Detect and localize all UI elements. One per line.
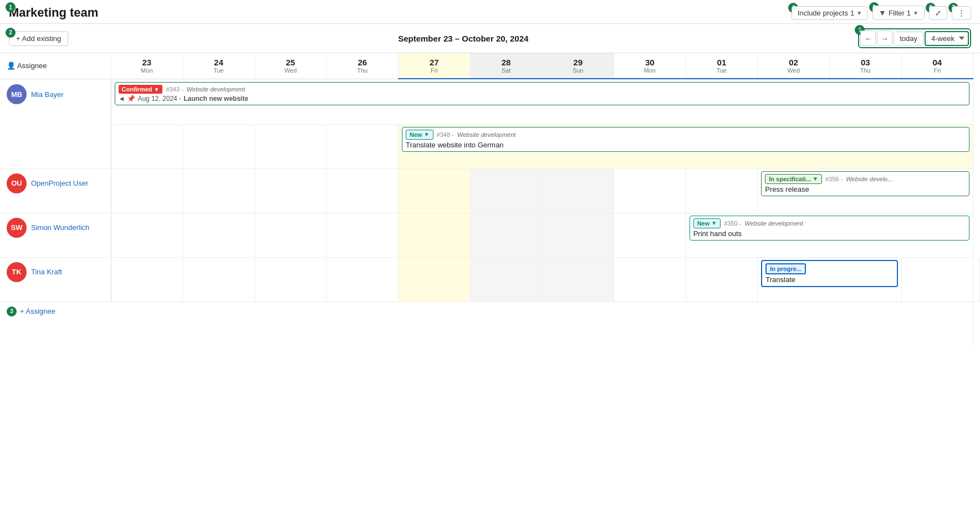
day-header-04: 04 Fri	[901, 53, 973, 79]
tk-day-24	[183, 257, 255, 302]
assignee-cell-tk: TK Tina Kraft	[0, 257, 111, 302]
status-badge-inprogress[interactable]: In progre...	[765, 263, 806, 274]
add-assignee-button[interactable]: + Assignee	[20, 307, 55, 315]
filter-button[interactable]: ▼ Filter 1 ▼	[872, 6, 925, 20]
task-id-356: #356 -	[825, 176, 843, 182]
mia-day-23	[111, 124, 183, 168]
top-bar-right: 4 Include projects 1 ▼ 5 ▼ Filter 1 ▼ 6 …	[792, 6, 971, 20]
sw-day-26	[326, 213, 399, 257]
task-project-348: Website development	[457, 131, 516, 138]
task-title-348: Translate website into German	[406, 141, 966, 149]
ou-day-23	[111, 168, 183, 213]
assignee-cell-mia: MB Mia Bayer	[0, 80, 111, 168]
tk-day-03	[901, 257, 973, 302]
status-badge-new-350[interactable]: New ▼	[693, 218, 721, 228]
expand-icon: ⤢	[935, 9, 941, 17]
add-assignee-cell: 3 + Assignee	[0, 302, 973, 346]
more-icon: ⋮	[958, 9, 965, 17]
task-title-350: Print hand outs	[693, 229, 966, 238]
sw-task-350-cell: New ▼ #350 - Website development Print h…	[686, 213, 973, 257]
table-row: MB Mia Bayer Confirmed ▼ #343 - Website …	[0, 80, 980, 124]
add-existing-label: + Add existing	[16, 34, 61, 43]
assignee-cell-ou: OU OpenProject User	[0, 168, 111, 213]
sw-day-24	[183, 213, 255, 257]
tk-task-translate-cell: In progre... Translate	[758, 257, 901, 302]
task-card-343[interactable]: Confirmed ▼ #343 - Website development ◄…	[115, 82, 970, 105]
include-projects-label: Include projects	[798, 9, 848, 17]
task-card-translate[interactable]: In progre... Translate	[761, 260, 897, 287]
task-project-350: Website development	[744, 220, 803, 227]
assignee-info-tk: TK Tina Kraft	[7, 262, 104, 282]
task-title-343: Launch new website	[183, 95, 248, 103]
prev-button[interactable]: ←	[860, 30, 876, 46]
tk-day-23	[111, 257, 183, 302]
task-id-343: #343 -	[166, 86, 183, 93]
second-bar: 2 + Add existing September 23 – October …	[0, 24, 980, 53]
day-header-25: 25 Wed	[254, 53, 326, 79]
filter-dropdown-icon: ▼	[913, 10, 918, 16]
calendar-container: 👤 Assignee 23 Mon 24 Tue 25 Wed 26 Th	[0, 53, 980, 508]
day-header-03: 03 Thu	[829, 53, 901, 79]
status-badge-inspec-356[interactable]: In specificati... ▼	[765, 174, 822, 184]
tk-day-30	[614, 257, 686, 302]
day-header-02: 02 Wed	[758, 53, 830, 79]
task-title-translate: Translate	[765, 275, 893, 284]
ou-day-01	[686, 168, 758, 213]
task-card-350[interactable]: New ▼ #350 - Website development Print h…	[690, 216, 970, 241]
expand-button[interactable]: ⤢	[929, 6, 947, 20]
ou-day-28	[470, 168, 542, 213]
tk-day-26	[326, 257, 399, 302]
add-existing-button[interactable]: + Add existing	[9, 31, 68, 46]
task-subtitle-343: ◄ 📌 Aug 12, 2024 - Launch new website	[119, 95, 966, 103]
tk-day-28	[470, 257, 542, 302]
sw-day-29	[542, 213, 614, 257]
badge-1: 1	[6, 2, 16, 12]
calendar-body: MB Mia Bayer Confirmed ▼ #343 - Website …	[0, 80, 980, 346]
mia-task-348-cell: New ▼ #348 - Website development Transla…	[399, 124, 973, 168]
assignee-info-ou: OU OpenProject User	[7, 173, 104, 193]
task-id-350: #350 -	[724, 220, 741, 227]
task-title-356: Press release	[765, 185, 966, 193]
ou-task-356-cell: In specificati... ▼ #356 - Website devel…	[758, 168, 973, 213]
day-header-23: 23 Mon	[111, 53, 183, 79]
more-button[interactable]: ⋮	[952, 6, 971, 20]
arrow-left-icon: ◄	[119, 95, 125, 103]
status-badge-new-348[interactable]: New ▼	[406, 130, 433, 140]
task-date-343: Aug 12, 2024 -	[137, 95, 181, 103]
status-badge-confirmed[interactable]: Confirmed ▼	[119, 85, 163, 94]
day-header-28: 28 Sat	[470, 53, 542, 79]
assignee-icon: 👤	[7, 62, 16, 70]
day-header-29: 29 Sun	[542, 53, 614, 79]
ou-day-26	[326, 168, 399, 213]
day-header-01: 01 Tue	[686, 53, 758, 79]
task-id-348: #348 -	[437, 131, 454, 138]
task-card-356[interactable]: In specificati... ▼ #356 - Website devel…	[761, 171, 969, 196]
sw-day-23	[111, 213, 183, 257]
assignee-column-header: 👤 Assignee	[0, 53, 111, 79]
include-projects-dropdown-icon: ▼	[856, 10, 862, 16]
avatar-sw: SW	[7, 218, 27, 238]
ou-day-29	[542, 168, 614, 213]
next-icon: →	[881, 34, 889, 43]
view-select[interactable]: 4-week 1-week 2-week	[925, 31, 969, 46]
tk-day-29	[542, 257, 614, 302]
assignee-name-mia: Mia Bayer	[31, 90, 64, 99]
ou-day-30	[614, 168, 686, 213]
day-header-26: 26 Thu	[326, 53, 399, 79]
assignee-cell-sw: SW Simon Wunderlich	[0, 213, 111, 257]
mia-day-24	[183, 124, 255, 168]
assignee-name-ou: OpenProject User	[31, 179, 88, 187]
today-button[interactable]: today	[894, 32, 923, 45]
table-row: TK Tina Kraft In progre...	[0, 257, 980, 302]
nav-controls: ← → today 4-week 1-week 2-week	[858, 28, 971, 48]
day-header-27: 27 Fri	[399, 53, 471, 79]
task-card-348[interactable]: New ▼ #348 - Website development Transla…	[402, 127, 969, 152]
assignee-label: Assignee	[17, 62, 47, 70]
ou-day-24	[183, 168, 255, 213]
avatar-mia: MB	[7, 84, 27, 104]
next-button[interactable]: →	[877, 30, 892, 46]
include-projects-button[interactable]: Include projects 1 ▼	[792, 6, 868, 20]
avatar-tk: TK	[7, 262, 27, 282]
add-assignee-label: + Assignee	[20, 307, 55, 315]
badge-3: 3	[7, 307, 17, 316]
